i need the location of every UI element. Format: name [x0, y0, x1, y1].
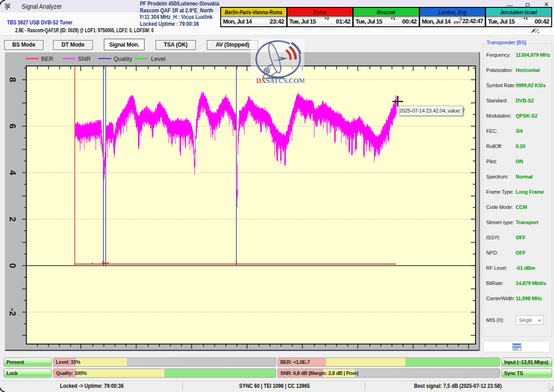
svg-text:0: 0 [8, 263, 18, 268]
svg-text:BER: BER [41, 55, 54, 62]
svg-text:8: 8 [7, 77, 17, 83]
svg-text:2: 2 [8, 217, 18, 222]
svg-text:DXSATCS.COM: DXSATCS.COM [256, 77, 304, 84]
svg-text:4: 4 [8, 170, 18, 175]
svg-text:-2: -2 [8, 308, 18, 316]
svg-text:SNR: SNR [78, 55, 90, 62]
svg-text:Quality: Quality [114, 55, 132, 62]
svg-text:Level: Level [151, 55, 165, 62]
svg-text:6: 6 [8, 124, 18, 129]
